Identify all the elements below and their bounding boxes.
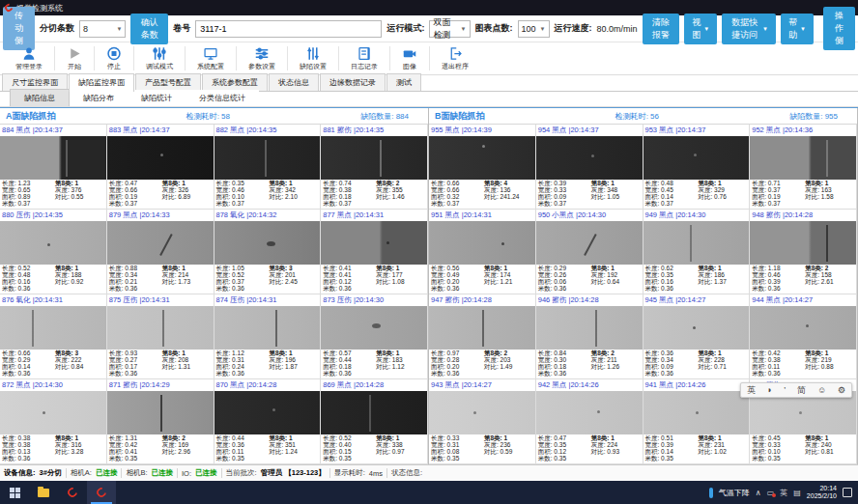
defect-cell-882[interactable]: 882 黑点 |20:14:35长度: 0.35宽度: 0.46面积: 0.10… (214, 125, 322, 210)
defect-cell-949[interactable]: 949 黑点 |20:14:30长度: 0.62宽度: 0.35面积: 0.16… (644, 210, 751, 294)
tab-5[interactable]: 边缘数据记录 (320, 73, 386, 91)
defect-cell-947[interactable]: 947 擦伤 |20:14:28长度: 0.97宽度: 0.28面积: 0.20… (429, 294, 536, 379)
slit-count-select[interactable]: 8▼ (79, 20, 126, 38)
defect-cell-872[interactable]: 872 黑点 |20:14:30长度: 0.38宽度: 0.38面积: 0.13… (0, 379, 107, 464)
ime-lang-simplified[interactable]: 简 (797, 384, 806, 397)
running-app-button[interactable] (87, 481, 116, 504)
action-params-sliders[interactable]: 参数设置 (237, 42, 287, 74)
defect-cell-header: 884 黑点 |20:14:37 (0, 125, 106, 136)
ime-pen-icon[interactable]: ◗ (767, 385, 772, 395)
defect-cell-944[interactable]: 944 黑点 |20:14:27长度: 0.42宽度: 0.38面积: 0.11… (750, 294, 857, 379)
view-menu-button[interactable]: 视图▼ (684, 14, 717, 44)
clear-alarm-button[interactable]: 清除报警 (643, 14, 680, 44)
defect-cell-873[interactable]: 873 压伤 |20:14:30长度: 0.57宽度: 0.44面积: 0.18… (321, 294, 428, 379)
run-mode-select[interactable]: 双面检测▼ (429, 20, 470, 38)
defect-thumbnail (750, 221, 856, 265)
help-menu-button[interactable]: 帮助▼ (781, 14, 814, 44)
confirm-count-button[interactable]: 确认条数 (130, 14, 168, 44)
chart-points-select[interactable]: 100▼ (518, 20, 550, 38)
defect-cell-871[interactable]: 871 擦伤 |20:14:29长度: 1.31宽度: 0.42面积: 0.41… (107, 379, 214, 464)
action-debug-sliders[interactable]: 调试模式 (134, 42, 185, 74)
defect-thumbnail (107, 136, 214, 180)
defect-cell-884[interactable]: 884 黑点 |20:14:37长度: 1.23宽度: 0.65面积: 0.89… (0, 125, 107, 210)
taskbar-clock[interactable]: 20:14 2025/2/10 (807, 485, 837, 500)
defect-cell-954[interactable]: 954 黑点 |20:14:37长度: 0.39宽度: 0.33面积: 0.09… (536, 125, 644, 210)
defect-cell-948[interactable]: 948 擦伤 |20:14:28长度: 1.18宽度: 0.46面积: 0.39… (750, 210, 857, 294)
defect-thumbnail (536, 306, 643, 350)
ime-indicator[interactable]: 英 (780, 488, 787, 498)
defect-cell-943[interactable]: 943 黑点 |20:14:27长度: 0.33宽度: 0.31面积: 0.08… (429, 379, 536, 464)
tab-1[interactable]: 缺陷监控界面 (69, 73, 134, 92)
tab-2[interactable]: 产品型号配置 (135, 73, 201, 91)
defect-cell-953[interactable]: 953 黑点 |20:14:37长度: 0.48宽度: 0.45面积: 0.14… (644, 125, 751, 210)
action-label: 缺陷设置 (300, 62, 327, 71)
app-shortcut-button[interactable] (58, 481, 87, 504)
defect-cell-879[interactable]: 879 黑点 |20:14:33长度: 0.88宽度: 0.34面积: 0.21… (107, 210, 214, 294)
defect-cell-881[interactable]: 881 擦伤 |20:14:35长度: 0.74宽度: 0.38面积: 0.18… (321, 125, 428, 210)
action-exit[interactable]: 退出程序 (430, 42, 480, 74)
notification-center-icon[interactable] (843, 488, 852, 497)
operator-side-button[interactable]: 操作侧 (823, 7, 855, 50)
weather-text[interactable]: 气温下降 (719, 488, 750, 498)
tab-4[interactable]: 状态信息 (269, 73, 319, 91)
defect-cell-941[interactable]: 941 黑点 |20:14:26长度: 0.51宽度: 0.39面积: 0.14… (644, 379, 751, 464)
defect-cell-942[interactable]: 942 黑点 |20:14:26长度: 0.47宽度: 0.35面积: 0.12… (536, 379, 644, 464)
defect-details: 长度: 0.56宽度: 0.49面积: 0.20米数: 0.36第8类: 1灰度… (429, 265, 535, 294)
defect-cell-950[interactable]: 950 小黑点 |20:14:30长度: 0.29宽度: 0.26面积: 0.0… (536, 210, 644, 294)
subtab-0[interactable]: 缺陷信息 (10, 89, 70, 106)
defect-cell-955[interactable]: 955 黑点 |20:14:39长度: 0.66宽度: 0.66面积: 0.32… (429, 125, 536, 210)
defect-cell-952[interactable]: 952 黑点 |20:14:36长度: 0.71宽度: 0.37面积: 0.19… (750, 125, 857, 210)
defect-cell-header: 955 黑点 |20:14:39 (429, 125, 535, 136)
defect-details: 长度: 0.47宽度: 0.66面积: 0.19米数: 0.37第8类: 1灰度… (107, 180, 214, 209)
defect-cell-869[interactable]: 869 黑点 |20:14:28长度: 0.52宽度: 0.40面积: 0.15… (321, 379, 428, 464)
defect-cell-877[interactable]: 877 黑点 |20:14:31长度: 0.41宽度: 0.41面积: 0.12… (321, 210, 428, 294)
defect-mark (482, 310, 484, 347)
defect-cell-875[interactable]: 875 压伤 |20:14:31长度: 0.93宽度: 0.27面积: 0.17… (107, 294, 214, 379)
defect-cell-876[interactable]: 876 氧化 |20:14:31长度: 0.66宽度: 0.29面积: 0.14… (0, 294, 107, 379)
slit-count-value: 8 (83, 24, 88, 34)
io-status: 已连接 (195, 468, 217, 478)
action-stop[interactable]: 停止 (95, 42, 133, 74)
tab-3[interactable]: 系统参数配置 (202, 73, 268, 91)
defect-cell-946[interactable]: 946 擦伤 |20:14:28长度: 0.84宽度: 0.30面积: 0.18… (536, 294, 644, 379)
action-log[interactable]: 日志记录 (339, 42, 389, 74)
action-defect-sliders[interactable]: 缺陷设置 (288, 42, 338, 74)
defect-mark (799, 411, 802, 414)
defect-cell-870[interactable]: 870 黑点 |20:14:28长度: 0.44宽度: 0.36面积: 0.11… (214, 379, 322, 464)
panel-b-header: B面缺陷抓拍 检测耗时: 56 缺陷数量: 955 (429, 108, 857, 125)
subtab-3[interactable]: 分类信息统计 (186, 90, 259, 106)
action-monitor[interactable]: 系统配置 (186, 42, 236, 74)
defect-cell-951[interactable]: 951 黑点 |20:14:31长度: 0.56宽度: 0.49面积: 0.20… (429, 210, 536, 294)
action-camera[interactable]: 图像 (390, 42, 429, 74)
subtab-2[interactable]: 缺陷统计 (128, 90, 186, 106)
defect-cell-883[interactable]: 883 黑点 |20:14:37长度: 0.47宽度: 0.66面积: 0.19… (107, 125, 214, 210)
defect-mark (597, 410, 600, 413)
defect-thumbnail (0, 306, 106, 350)
ime-lang-en[interactable]: 英 (747, 384, 756, 397)
defect-thumbnail (429, 391, 535, 434)
defect-cell-945[interactable]: 945 黑点 |20:14:27长度: 0.36宽度: 0.34面积: 0.09… (644, 294, 751, 379)
ime-apostrophe[interactable]: ’ (784, 385, 786, 395)
data-quick-access-button[interactable]: 数据快捷访问▼ (722, 14, 776, 44)
tab-6[interactable]: 测试 (386, 73, 421, 91)
network-icon[interactable]: ▭ (767, 489, 775, 497)
defect-thumbnail (429, 136, 535, 180)
defect-cell-878[interactable]: 878 氧化 |20:14:32长度: 1.05宽度: 0.52面积: 0.37… (214, 210, 322, 294)
defect-details: 长度: 0.93宽度: 0.27面积: 0.17米数: 0.36第8类: 1灰度… (107, 350, 214, 378)
defect-cell-874[interactable]: 874 压伤 |20:14:31长度: 1.12宽度: 0.31面积: 0.24… (214, 294, 322, 379)
action-play[interactable]: 开始 (55, 42, 94, 74)
thermometer-icon[interactable] (709, 488, 713, 498)
clock-date: 2025/2/10 (807, 492, 837, 500)
tray-expand-icon[interactable]: ∧ (756, 489, 761, 497)
action-person[interactable]: 管理登录 (4, 42, 54, 74)
ime-gear-icon[interactable]: ⚙ (838, 385, 845, 395)
touch-keyboard-icon[interactable]: ▤ (793, 489, 801, 497)
file-explorer-button[interactable] (29, 481, 58, 504)
subtab-1[interactable]: 缺陷分布 (70, 90, 128, 106)
start-button[interactable] (0, 481, 29, 504)
defect-details: 长度: 0.52宽度: 0.48面积: 0.16米数: 0.36第8类: 1灰度… (0, 265, 106, 294)
ime-smiley-icon[interactable]: ☺ (817, 385, 826, 395)
roll-number-input[interactable] (195, 20, 382, 38)
camera-icon (402, 46, 417, 61)
defect-cell-880[interactable]: 880 压伤 |20:14:35长度: 0.52宽度: 0.48面积: 0.16… (0, 210, 107, 294)
